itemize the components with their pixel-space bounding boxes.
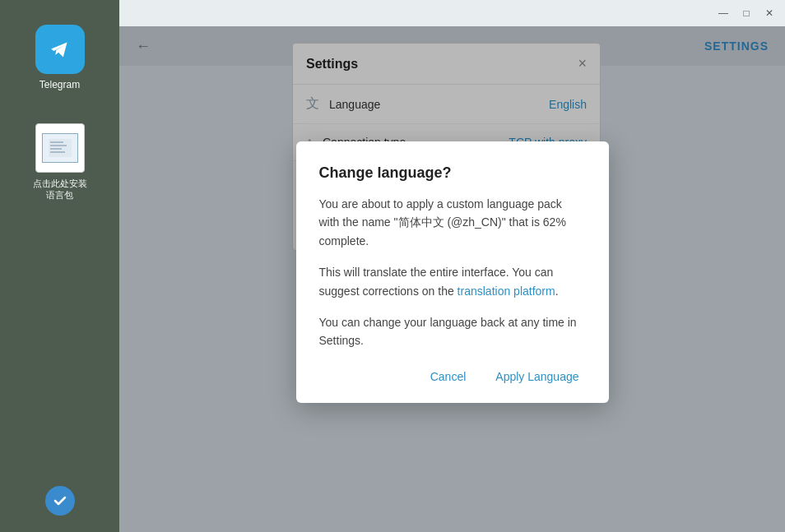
sidebar-item-langpack[interactable]: 点击此处安装语言包 [33, 123, 87, 201]
desktop: Telegram 点击此处安装语言包 [0, 0, 785, 532]
change-language-modal: Change language? You are about to apply … [296, 141, 609, 403]
svg-rect-4 [50, 148, 62, 150]
main-window: — □ ✕ ← SETTINGS Settings × 文 Language E… [119, 0, 785, 532]
cancel-button[interactable]: Cancel [424, 367, 473, 386]
svg-rect-3 [50, 145, 67, 146]
apply-language-button[interactable]: Apply Language [489, 367, 585, 386]
svg-rect-5 [50, 151, 65, 153]
check-icon [45, 486, 75, 516]
close-button[interactable]: ✕ [760, 4, 778, 22]
modal-body-1: You are about to apply a custom language… [319, 195, 586, 250]
modal-title: Change language? [319, 164, 586, 182]
telegram-label: Telegram [39, 79, 80, 90]
sidebar-item-telegram[interactable]: Telegram [35, 25, 85, 90]
modal-body-3: You can change your language back at any… [319, 313, 586, 350]
langpack-label: 点击此处安装语言包 [33, 178, 87, 201]
sidebar-bottom [45, 486, 75, 516]
svg-rect-2 [50, 141, 63, 143]
translation-platform-link[interactable]: translation platform [458, 285, 555, 298]
title-bar: — □ ✕ [119, 0, 785, 26]
modal-overlay: Change language? You are about to apply … [119, 26, 785, 532]
minimize-button[interactable]: — [714, 4, 732, 22]
telegram-icon [35, 25, 85, 74]
modal-body-2: This will translate the entire interface… [319, 263, 586, 300]
langpack-icon [35, 123, 85, 173]
sidebar: Telegram 点击此处安装语言包 [0, 0, 119, 532]
modal-actions: Cancel Apply Language [319, 367, 586, 386]
maximize-button[interactable]: □ [737, 4, 755, 22]
